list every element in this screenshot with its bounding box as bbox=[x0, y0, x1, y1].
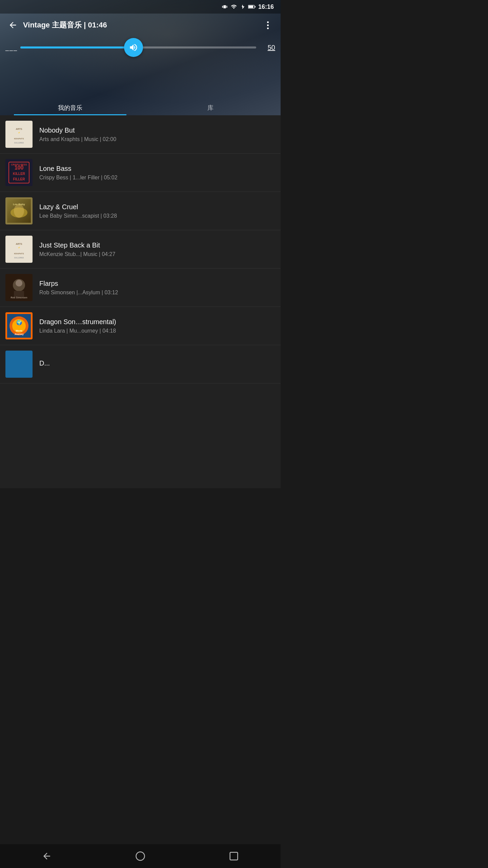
svg-rect-2 bbox=[226, 6, 227, 8]
tabs-bar: 我的音乐 库 bbox=[0, 99, 281, 115]
slider-fill bbox=[20, 46, 134, 48]
song-title-7: D... bbox=[39, 359, 275, 367]
svg-text:100: 100 bbox=[15, 165, 24, 171]
svg-rect-1 bbox=[222, 6, 223, 8]
crispy-art: CRISPY BESS 100 KILLER FILLER bbox=[7, 161, 31, 184]
album-art-7 bbox=[5, 351, 33, 378]
header-title: Vintage 主题音乐 | 01:46 bbox=[23, 20, 260, 30]
volume-icon bbox=[129, 43, 138, 52]
svg-text:World: World bbox=[16, 330, 22, 332]
dragon-art: 🌍 World Journey bbox=[7, 314, 31, 338]
arts-kraphts-art-2: ARTS ⚡ KRAPHTS GALLERIES bbox=[7, 237, 31, 261]
status-bar: 16:16 bbox=[0, 0, 281, 14]
song-list: ARTS ⚡ KRAPHTS GALLERIES Nobody But Arts… bbox=[0, 115, 281, 488]
svg-text:GALLERIES: GALLERIES bbox=[14, 257, 24, 259]
song-item-5[interactable]: Rob Simonsen Flarps Rob Simonsen |...Asy… bbox=[0, 269, 281, 307]
album-art-4: ARTS ⚡ KRAPHTS GALLERIES bbox=[5, 236, 33, 263]
lee-baby-art: Lee Baby bbox=[7, 199, 31, 223]
svg-text:Lee Baby: Lee Baby bbox=[13, 203, 25, 206]
more-options-button[interactable] bbox=[260, 18, 275, 33]
vibrate-icon bbox=[222, 4, 228, 10]
signal-icon bbox=[240, 4, 245, 10]
song-subtitle-3: Lee Baby Simm...scapist | 03:28 bbox=[39, 213, 275, 219]
song-item-7[interactable]: D... bbox=[0, 345, 281, 383]
song-title-4: Just Step Back a Bit bbox=[39, 241, 275, 249]
hero-section: 16:16 Vintage 主题音乐 | 01:46 ___ bbox=[0, 0, 281, 115]
svg-point-20 bbox=[14, 204, 24, 218]
album-art-2: CRISPY BESS 100 KILLER FILLER bbox=[5, 159, 33, 186]
svg-point-29 bbox=[16, 280, 22, 287]
song-info-1: Nobody But Arts and Kraphts | Music | 02… bbox=[39, 126, 275, 142]
album-art-6: 🌍 World Journey bbox=[5, 312, 33, 339]
wifi-icon bbox=[230, 4, 237, 10]
svg-text:ARTS: ARTS bbox=[16, 128, 22, 130]
dot2 bbox=[267, 24, 269, 26]
svg-rect-0 bbox=[223, 5, 226, 8]
svg-text:Journey: Journey bbox=[14, 333, 23, 336]
battery-icon bbox=[248, 4, 256, 9]
album-art-5: Rob Simonsen bbox=[5, 274, 33, 301]
svg-text:🌍: 🌍 bbox=[16, 320, 22, 326]
song-subtitle-1: Arts and Kraphts | Music | 02:00 bbox=[39, 136, 275, 142]
svg-rect-4 bbox=[248, 5, 253, 8]
song-title-2: Lone Bass bbox=[39, 165, 275, 173]
song-info-3: Lazy & Cruel Lee Baby Simm...scapist | 0… bbox=[39, 203, 275, 219]
dot3 bbox=[267, 27, 269, 29]
song-title-6: Dragon Son…strumental) bbox=[39, 318, 275, 326]
volume-dashes: ___ bbox=[5, 44, 18, 51]
status-time: 16:16 bbox=[258, 3, 274, 11]
song-subtitle-5: Rob Simonsen |...Asylum | 03:12 bbox=[39, 290, 275, 296]
song-item-4[interactable]: ARTS ⚡ KRAPHTS GALLERIES Just Step Back … bbox=[0, 230, 281, 269]
flarps-art: Rob Simonsen bbox=[7, 276, 31, 299]
song-subtitle-2: Crispy Bess | 1...ler Filler | 05:02 bbox=[39, 175, 275, 181]
volume-value: 50 bbox=[262, 44, 275, 52]
svg-text:GALLERIES: GALLERIES bbox=[14, 142, 24, 144]
song-item-2[interactable]: CRISPY BESS 100 KILLER FILLER Lone Bass … bbox=[0, 154, 281, 192]
dot1 bbox=[267, 21, 269, 23]
svg-text:Rob Simonsen: Rob Simonsen bbox=[11, 296, 27, 299]
svg-text:ARTS: ARTS bbox=[16, 243, 22, 245]
song-title-3: Lazy & Cruel bbox=[39, 203, 275, 211]
svg-rect-38 bbox=[7, 352, 31, 376]
svg-text:⚡: ⚡ bbox=[18, 132, 20, 134]
song-subtitle-4: McKenzie Stub...| Music | 04:27 bbox=[39, 251, 275, 257]
arts-kraphts-art-1: ARTS ⚡ KRAPHTS GALLERIES bbox=[7, 122, 31, 146]
song-info-4: Just Step Back a Bit McKenzie Stub...| M… bbox=[39, 241, 275, 257]
svg-text:KRAPHTS: KRAPHTS bbox=[14, 138, 24, 140]
song-info-6: Dragon Son…strumental) Linda Lara | Mu..… bbox=[39, 318, 275, 334]
song-title-5: Flarps bbox=[39, 280, 275, 288]
back-button[interactable] bbox=[5, 18, 20, 33]
svg-text:FILLER: FILLER bbox=[13, 177, 25, 181]
tab-library[interactable]: 库 bbox=[140, 99, 281, 115]
svg-text:KILLER: KILLER bbox=[13, 172, 25, 176]
song-item-1[interactable]: ARTS ⚡ KRAPHTS GALLERIES Nobody But Arts… bbox=[0, 115, 281, 154]
svg-text:KRAPHTS: KRAPHTS bbox=[14, 253, 24, 255]
slider-thumb[interactable] bbox=[124, 38, 143, 57]
header-toolbar: Vintage 主题音乐 | 01:46 bbox=[0, 14, 281, 37]
volume-row: ___ 50 bbox=[0, 37, 281, 58]
album-art-1: ARTS ⚡ KRAPHTS GALLERIES bbox=[5, 121, 33, 148]
volume-slider[interactable] bbox=[20, 37, 256, 58]
album-art-3: Lee Baby bbox=[5, 197, 33, 224]
tab-my-music[interactable]: 我的音乐 bbox=[0, 99, 140, 115]
partial-art bbox=[7, 352, 31, 376]
svg-text:⚡: ⚡ bbox=[18, 246, 20, 249]
svg-rect-5 bbox=[255, 6, 256, 8]
song-item-6[interactable]: 🌍 World Journey Dragon Son…strumental) L… bbox=[0, 307, 281, 345]
song-info-7: D... bbox=[39, 359, 275, 369]
song-info-5: Flarps Rob Simonsen |...Asylum | 03:12 bbox=[39, 280, 275, 296]
song-title-1: Nobody But bbox=[39, 126, 275, 134]
song-info-2: Lone Bass Crispy Bess | 1...ler Filler |… bbox=[39, 165, 275, 181]
status-icons: 16:16 bbox=[222, 3, 274, 11]
song-item-3[interactable]: Lee Baby Lazy & Cruel Lee Baby Simm...sc… bbox=[0, 192, 281, 230]
song-subtitle-6: Linda Lara | Mu...ourney | 04:18 bbox=[39, 328, 275, 334]
